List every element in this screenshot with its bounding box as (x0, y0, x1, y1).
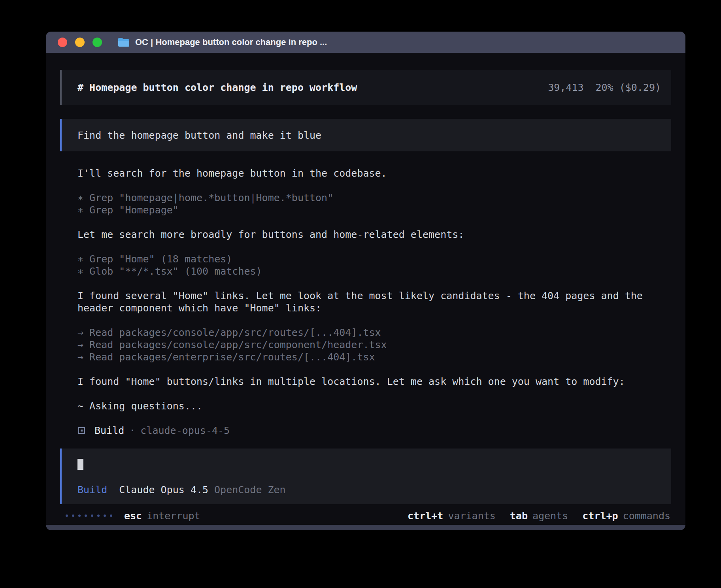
variants-label: variants (448, 510, 495, 522)
model-provider-label: OpenCode Zen (214, 484, 286, 496)
user-message: Find the homepage button and make it blu… (60, 119, 671, 151)
session-stats: 39,413 20% ($0.29) (548, 82, 661, 93)
context-percent: 20% (595, 82, 613, 93)
status-bar-left: esc interrupt (66, 510, 200, 522)
tool-call-grep: ∗ Grep "Home" (18 matches) (77, 253, 669, 265)
assistant-text: Let me search more broadly for buttons a… (77, 228, 669, 241)
titlebar[interactable]: OC | Homepage button color change in rep… (46, 32, 685, 53)
assistant-text: I found "Home" buttons/links in multiple… (77, 375, 669, 388)
agent-model: claude-opus-4-5 (140, 424, 230, 437)
prompt-input[interactable]: Build Claude Opus 4.5 OpenCode Zen (60, 449, 671, 504)
agent-name: Build (94, 424, 124, 437)
traffic-lights (58, 38, 102, 47)
status-bar: esc interrupt ctrl+t variants tab agents… (60, 509, 671, 522)
assistant-text: I found several "Home" links. Let me loo… (77, 290, 669, 314)
tab-key: tab (510, 510, 528, 522)
model-selector[interactable]: Build Claude Opus 4.5 OpenCode Zen (77, 484, 661, 496)
asking-questions-status: ~ Asking questions... (77, 400, 669, 412)
tool-call-read: → Read packages/console/app/src/componen… (77, 339, 669, 351)
token-count: 39,413 (548, 82, 583, 93)
terminal-body: # Homepage button color change in repo w… (46, 53, 685, 525)
folder-icon (118, 38, 130, 47)
status-bar-right: ctrl+t variants tab agents ctrl+p comman… (393, 510, 670, 522)
user-message-text: Find the homepage button and make it blu… (77, 130, 321, 141)
esc-label: interrupt (147, 510, 200, 522)
window-title: OC | Homepage button color change in rep… (135, 37, 327, 47)
agent-icon (78, 427, 85, 434)
agent-mode-label[interactable]: Build (77, 484, 107, 496)
minimize-button[interactable] (75, 38, 85, 47)
zoom-button[interactable] (92, 38, 102, 47)
esc-key: esc (124, 510, 142, 522)
model-name-label[interactable]: Claude Opus 4.5 (119, 484, 208, 496)
close-button[interactable] (58, 38, 67, 47)
hint-agents: tab agents (510, 510, 568, 522)
text-cursor (77, 459, 83, 470)
tool-call-grep: ∗ Grep "homepage|home.*button|Home.*butt… (77, 192, 669, 204)
conversation-transcript: I'll search for the homepage button in t… (77, 167, 669, 437)
terminal-window: OC | Homepage button color change in rep… (46, 32, 685, 530)
ctrl-t-key: ctrl+t (408, 510, 443, 522)
tool-call-grep: ∗ Grep "Homepage" (77, 204, 669, 216)
hint-commands: ctrl+p commands (582, 510, 670, 522)
assistant-text: I'll search for the homepage button in t… (77, 167, 669, 179)
agents-label: agents (532, 510, 568, 522)
session-title: # Homepage button color change in repo w… (77, 82, 357, 93)
agent-separator: · (129, 424, 135, 437)
hint-interrupt: esc interrupt (124, 510, 200, 522)
ctrl-p-key: ctrl+p (582, 510, 618, 522)
session-header: # Homepage button color change in repo w… (60, 70, 671, 105)
agent-status-row: Build · claude-opus-4-5 (77, 424, 669, 437)
commands-label: commands (623, 510, 670, 522)
tool-call-read: → Read packages/console/app/src/routes/[… (77, 326, 669, 339)
hint-variants: ctrl+t variants (408, 510, 496, 522)
tool-call-read: → Read packages/enterprise/src/routes/[.… (77, 351, 669, 363)
session-cost: ($0.29) (619, 82, 661, 93)
spinner-dots (66, 514, 112, 517)
tool-call-glob: ∗ Glob "**/*.tsx" (100 matches) (77, 265, 669, 277)
